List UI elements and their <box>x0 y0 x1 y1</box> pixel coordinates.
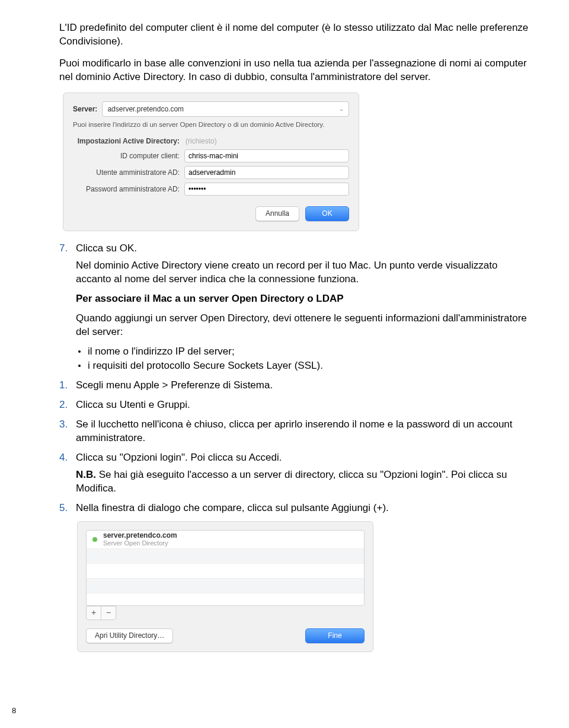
remove-button[interactable]: − <box>101 606 116 620</box>
step7-result: Nel dominio Active Directory viene creat… <box>76 259 535 286</box>
server-note: Puoi inserire l'indirizzo di un server O… <box>73 120 349 129</box>
step-text: Clicca su Utenti e Gruppi. <box>76 399 190 410</box>
server-type: Server Open Directory <box>103 539 177 547</box>
intro-p2: Puoi modificarlo in base alle convenzion… <box>59 57 535 84</box>
server-list-item[interactable]: server.pretendco.com Server Open Directo… <box>87 531 364 549</box>
step-note: N.B. Se hai già eseguito l'accesso a un … <box>76 468 535 496</box>
ad-settings-value: (richiesto) <box>184 136 217 146</box>
admin-user-label: Utente amministratore AD: <box>73 168 184 177</box>
chevron-down-icon: ⌄ <box>339 105 344 113</box>
admin-pass-label: Password amministratore AD: <box>73 184 184 194</box>
step-text: Nella finestra di dialogo che compare, c… <box>76 502 389 513</box>
step-number: 2. <box>59 398 68 412</box>
cancel-button[interactable]: Annulla <box>255 206 299 221</box>
intro-p1: L'ID predefinito del computer client è i… <box>59 21 535 49</box>
bullet-item: i requisiti del protocollo Secure Socket… <box>76 359 535 373</box>
add-button[interactable]: + <box>86 606 101 620</box>
server-value: adserver.pretendco.com <box>107 104 184 114</box>
step-number: 7. <box>59 242 68 256</box>
status-dot-icon <box>92 537 97 542</box>
step7-subheading: Per associare il Mac a un server Open Di… <box>76 292 535 306</box>
step7-subtext: Quando aggiungi un server Open Directory… <box>76 312 535 339</box>
step-number: 3. <box>59 418 68 432</box>
step-number: 4. <box>59 451 68 465</box>
step-text: Scegli menu Apple > Preferenze di Sistem… <box>76 379 273 391</box>
client-id-label: ID computer client: <box>73 151 184 161</box>
list-row-empty <box>87 564 364 579</box>
client-id-input[interactable] <box>184 149 349 162</box>
done-button[interactable]: Fine <box>305 628 365 643</box>
ad-settings-label: Impostazioni Active Directory: <box>73 136 184 146</box>
list-row-empty <box>87 579 364 593</box>
server-dropdown[interactable]: adserver.pretendco.com ⌄ <box>102 101 349 117</box>
bullet-item: il nome o l'indirizzo IP del server; <box>76 345 535 359</box>
step-number: 5. <box>59 502 68 515</box>
step7-text: Clicca su OK. <box>76 242 137 254</box>
server-list: server.pretendco.com Server Open Directo… <box>86 530 365 606</box>
list-row-empty <box>87 593 364 606</box>
admin-pass-input[interactable] <box>184 183 349 196</box>
server-name: server.pretendco.com <box>103 532 177 539</box>
ad-dialog: Server: adserver.pretendco.com ⌄ Puoi in… <box>63 92 359 231</box>
directory-dialog: server.pretendco.com Server Open Directo… <box>77 521 373 652</box>
step-number: 1. <box>59 379 68 392</box>
step-text: Clicca su "Opzioni login". Poi clicca su… <box>76 452 282 463</box>
admin-user-input[interactable] <box>184 166 349 179</box>
page-number: 8 <box>12 705 16 716</box>
list-row-empty <box>87 549 364 564</box>
server-label: Server: <box>73 104 97 114</box>
ok-button[interactable]: OK <box>305 206 349 221</box>
open-directory-utility-button[interactable]: Apri Utility Directory… <box>86 628 173 643</box>
step-text: Se il lucchetto nell'icona è chiuso, cli… <box>76 419 513 443</box>
